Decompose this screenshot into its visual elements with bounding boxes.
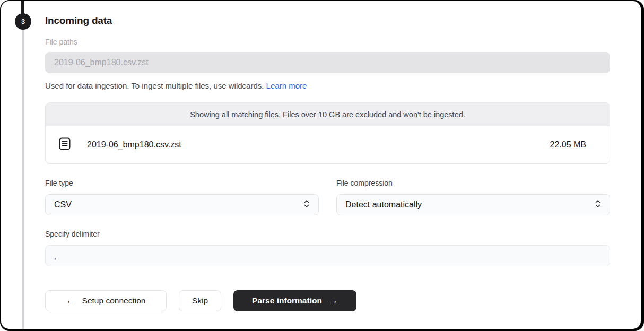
matching-files-panel: Showing all matching files. Files over 1… — [45, 102, 610, 164]
file-paths-label: File paths — [45, 38, 610, 46]
setup-connection-button[interactable]: ← Setup connection — [45, 290, 167, 311]
delimiter-value: , — [54, 251, 56, 260]
file-paths-helper: Used for data ingestion. To ingest multi… — [45, 81, 610, 90]
file-type-select[interactable]: CSV — [45, 194, 319, 215]
delimiter-field: Specify delimiter , — [45, 230, 610, 266]
arrow-right-icon: → — [329, 295, 338, 306]
screenshot-frame: 3 Incoming data File paths 2019-06_bmp18… — [0, 0, 644, 331]
setup-connection-label: Setup connection — [82, 296, 146, 306]
file-type-label: File type — [45, 179, 319, 187]
delimiter-input[interactable]: , — [45, 245, 610, 266]
delimiter-label: Specify delimiter — [45, 230, 610, 238]
stepper-rail — [22, 1, 24, 329]
format-options-row: File type CSV File compression — [45, 179, 610, 215]
helper-text: Used for data ingestion. To ingest multi… — [45, 81, 266, 90]
parse-information-button[interactable]: Parse information → — [233, 290, 356, 311]
wizard-step-panel: 3 Incoming data File paths 2019-06_bmp18… — [1, 1, 641, 329]
file-row: 2019-06_bmp180.csv.zst 22.05 MB — [46, 126, 610, 163]
file-size: 22.05 MB — [550, 140, 586, 150]
file-name: 2019-06_bmp180.csv.zst — [87, 140, 181, 150]
wizard-actions: ← Setup connection Skip Parse informatio… — [45, 290, 610, 311]
file-paths-input[interactable]: 2019-06_bmp180.csv.zst — [45, 52, 610, 73]
parse-information-label: Parse information — [252, 296, 322, 306]
file-paths-value: 2019-06_bmp180.csv.zst — [54, 58, 149, 67]
chevron-updown-icon — [303, 199, 310, 210]
step-number: 3 — [21, 18, 25, 25]
file-type-field: File type CSV — [45, 179, 319, 215]
file-compression-field: File compression Detect automatically — [336, 179, 610, 215]
file-compression-select[interactable]: Detect automatically — [336, 194, 610, 215]
file-type-value: CSV — [54, 200, 72, 210]
skip-button[interactable]: Skip — [179, 290, 221, 311]
page-title: Incoming data — [45, 15, 610, 27]
chevron-updown-icon — [595, 199, 601, 210]
learn-more-link[interactable]: Learn more — [266, 81, 307, 90]
file-compression-value: Detect automatically — [345, 200, 422, 210]
step-number-badge: 3 — [15, 13, 31, 30]
file-compression-label: File compression — [336, 179, 610, 187]
arrow-left-icon: ← — [66, 295, 75, 306]
file-icon — [59, 137, 71, 153]
incoming-data-form: Incoming data File paths 2019-06_bmp180.… — [45, 15, 610, 311]
skip-label: Skip — [192, 296, 208, 306]
matching-files-header: Showing all matching files. Files over 1… — [46, 103, 610, 126]
